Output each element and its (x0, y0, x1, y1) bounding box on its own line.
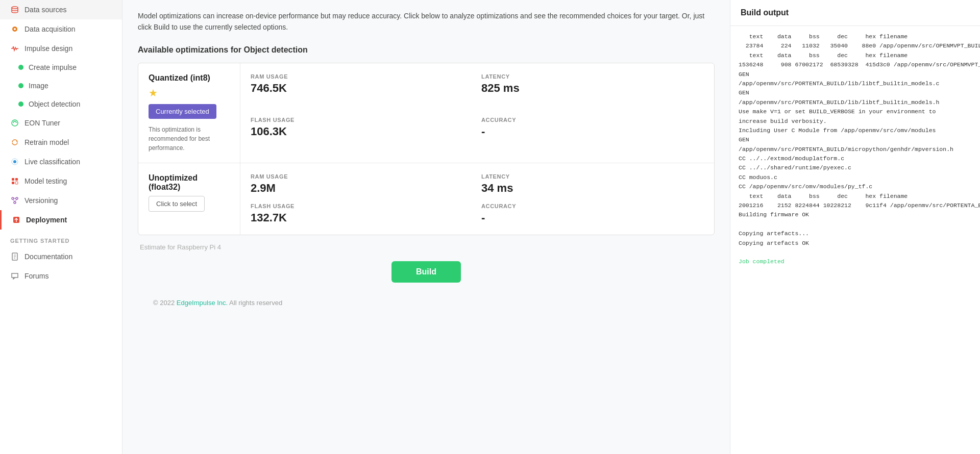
content-area: Model optimizations can increase on-devi… (122, 0, 980, 454)
flash-label: FLASH USAGE (251, 117, 473, 123)
ram-usage-quantized: RAM USAGE 746.5K (251, 73, 473, 109)
version-icon (10, 196, 19, 205)
sidebar-label: Image (29, 82, 48, 90)
sidebar-item-data-acquisition[interactable]: Data acquisition (0, 19, 122, 39)
flash-value: 106.3K (251, 125, 473, 138)
svg-point-2 (14, 28, 16, 30)
accuracy-label: ACCURACY (481, 117, 704, 123)
main-content: Model optimizations can increase on-devi… (122, 0, 980, 454)
accuracy-value: - (481, 211, 704, 224)
opt-left-float32: Unoptimized (float32) Click to select (138, 163, 240, 235)
retrain-icon (10, 138, 19, 147)
status-dot (18, 65, 23, 70)
flash-usage-quantized: FLASH USAGE 106.3K (251, 117, 473, 153)
svg-line-14 (13, 199, 15, 201)
svg-point-3 (12, 120, 18, 126)
svg-point-10 (12, 197, 14, 199)
sidebar-label: Data acquisition (24, 25, 76, 33)
sidebar-label: Model testing (24, 177, 67, 185)
build-button-row: Build (138, 261, 715, 283)
sidebar-item-model-testing[interactable]: Model testing (0, 171, 122, 191)
star-icon: ★ (149, 87, 230, 99)
ram-label: RAM USAGE (251, 173, 473, 180)
accuracy-value: - (481, 125, 704, 138)
build-button[interactable]: Build (391, 261, 461, 283)
flash-usage-float32: FLASH USAGE 132.7K (251, 203, 473, 224)
sidebar-label: Live classification (24, 158, 80, 166)
sidebar-label: Impulse design (24, 44, 72, 53)
getting-started-section: GETTING STARTED (0, 230, 122, 247)
sidebar-label: Versioning (24, 196, 58, 205)
sidebar-label: Documentation (24, 253, 72, 261)
optimization-row-quantized: Quantized (int8) ★ Currently selected Th… (138, 63, 714, 163)
ram-value: 746.5K (251, 82, 473, 95)
sidebar-label: Forums (24, 272, 48, 280)
footer: © 2022 EdgeImpulse Inc. All rights reser… (138, 291, 715, 315)
eon-icon (10, 118, 19, 128)
svg-point-4 (13, 160, 16, 163)
opt-name-quantized: Quantized (int8) (149, 73, 230, 83)
opt-metrics-float32: RAM USAGE 2.9M LATENCY 34 ms FLASH USAGE… (240, 163, 714, 235)
svg-point-0 (12, 7, 18, 9)
latency-label: LATENCY (481, 173, 704, 180)
click-to-select-button[interactable]: Click to select (149, 196, 205, 212)
footer-rights: All rights reserved (229, 299, 282, 307)
sidebar-label: Create impulse (29, 63, 77, 71)
svg-point-12 (14, 201, 16, 204)
svg-rect-7 (15, 178, 18, 181)
latency-float32: LATENCY 34 ms (481, 173, 704, 195)
opt-name-float32: Unoptimized (float32) (149, 173, 230, 192)
documentation-icon (10, 252, 19, 261)
flash-value: 132.7K (251, 211, 473, 224)
sidebar-item-retrain-model[interactable]: Retrain model (0, 133, 122, 152)
latency-label: LATENCY (481, 73, 704, 80)
ram-label: RAM USAGE (251, 73, 473, 80)
opt-metrics-quantized: RAM USAGE 746.5K LATENCY 825 ms FLASH US… (240, 63, 714, 163)
pulse-icon (10, 44, 19, 53)
optimizations-title: Available optimizations for Object detec… (138, 45, 715, 55)
intro-text: Model optimizations can increase on-devi… (138, 10, 715, 33)
latency-value: 34 ms (481, 182, 704, 195)
svg-rect-6 (12, 178, 14, 181)
svg-point-11 (16, 197, 18, 199)
accuracy-float32: ACCURACY - (481, 203, 704, 224)
sidebar-item-eon-tuner[interactable]: EON Tuner (0, 113, 122, 133)
sidebar-label: Retrain model (24, 138, 69, 146)
layers-icon (10, 24, 19, 34)
currently-selected-button: Currently selected (149, 104, 216, 119)
live-icon (10, 157, 19, 166)
forum-icon (10, 271, 19, 281)
footer-copyright: © 2022 (153, 299, 175, 307)
status-dot (18, 102, 23, 107)
status-dot (18, 83, 23, 88)
estimate-text: Estimate for Raspberry Pi 4 (138, 243, 715, 251)
sidebar-item-data-sources[interactable]: Data sources (0, 0, 122, 19)
sidebar-label: Deployment (26, 216, 67, 224)
accuracy-label: ACCURACY (481, 203, 704, 209)
sidebar-label: EON Tuner (24, 119, 60, 127)
optimizations-card: Quantized (int8) ★ Currently selected Th… (138, 63, 715, 235)
flash-label: FLASH USAGE (251, 203, 473, 209)
build-output-content[interactable]: text data bss dec hex filename 23784 224… (730, 26, 980, 454)
sidebar-item-impulse-design[interactable]: Impulse design (0, 39, 122, 58)
latency-quantized: LATENCY 825 ms (481, 73, 704, 109)
test-icon (10, 176, 19, 186)
svg-rect-8 (12, 182, 14, 184)
build-output-title: Build output (730, 0, 980, 26)
sidebar-item-versioning[interactable]: Versioning (0, 191, 122, 210)
opt-left-quantized: Quantized (int8) ★ Currently selected Th… (138, 63, 240, 163)
sidebar-item-image[interactable]: Image (0, 77, 122, 95)
sidebar-item-live-classification[interactable]: Live classification (0, 152, 122, 171)
sidebar-item-object-detection[interactable]: Object detection (0, 95, 122, 113)
deploy-icon (12, 215, 21, 224)
database-icon (10, 5, 19, 14)
sidebar-item-create-impulse[interactable]: Create impulse (0, 58, 122, 77)
sidebar-label: Data sources (24, 6, 66, 14)
footer-company-link[interactable]: EdgeImpulse Inc. (177, 299, 228, 307)
sidebar-item-deployment[interactable]: Deployment (0, 210, 122, 230)
ram-value: 2.9M (251, 182, 473, 195)
sidebar-item-documentation[interactable]: Documentation (0, 247, 122, 266)
svg-line-15 (15, 199, 17, 201)
optimization-row-float32: Unoptimized (float32) Click to select RA… (138, 163, 714, 235)
sidebar-item-forums[interactable]: Forums (0, 266, 122, 286)
